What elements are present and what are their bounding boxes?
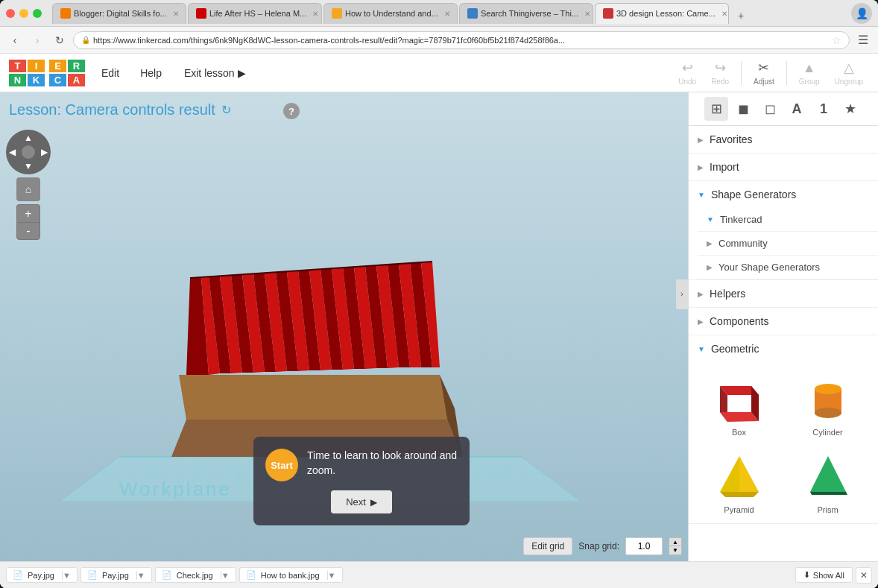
help-menu-item[interactable]: Help — [136, 64, 166, 82]
taskbar-file-icon-4: 📄 — [246, 570, 256, 580]
tab-favicon-3 — [332, 8, 342, 19]
browser-tab-2[interactable]: Life After HS – Helena M... ✕ — [188, 3, 322, 24]
logo-cell-E: E — [49, 60, 66, 72]
tab-favicon-5 — [603, 8, 613, 19]
components-label: Components — [710, 315, 768, 327]
tabs-bar: Blogger: Digital Skills fo... ✕ Life Aft… — [52, 3, 847, 24]
tab-close-5[interactable]: ✕ — [721, 10, 727, 18]
taskbar-item-2[interactable]: 📄 Pay.jpg ▼ — [80, 567, 152, 583]
taskbar-item-3[interactable]: 📄 Check.jpg ▼ — [155, 567, 236, 583]
nav-pad-center — [22, 145, 35, 159]
back-button[interactable]: ‹ — [6, 31, 24, 49]
platform-top — [179, 375, 447, 420]
taskbar-item-1[interactable]: 📄 Pay.jpg ▼ — [6, 567, 78, 583]
refresh-button[interactable]: ↻ — [51, 31, 69, 49]
minimize-button[interactable] — [19, 9, 28, 18]
nav-up-button[interactable]: ▲ — [24, 133, 33, 143]
helpers-header[interactable]: ▶ Helpers — [689, 280, 878, 307]
adjust-button[interactable]: ✂ Adjust — [748, 57, 780, 89]
panel-tab-star[interactable]: ★ — [838, 97, 862, 121]
adjust-icon: ✂ — [758, 60, 769, 76]
shape-generators-header[interactable]: ▼ Shape Generators — [689, 181, 878, 208]
tinkercad-logo[interactable]: T I N K — [9, 60, 45, 86]
tinkercad-subsection: ▼ Tinkercad — [698, 208, 878, 232]
tinkercad-header[interactable]: ▼ Tinkercad — [698, 208, 878, 231]
ungroup-button[interactable]: △ Ungroup — [829, 57, 869, 89]
tab-label-1: Blogger: Digital Skills fo... — [74, 9, 167, 18]
shape-item-pyramid[interactable]: Pyramid — [698, 446, 780, 517]
tab-close-4[interactable]: ✕ — [584, 10, 590, 18]
redo-label: Redo — [711, 78, 729, 86]
shape-item-cylinder[interactable]: Cylinder — [786, 368, 869, 440]
nav-down-button[interactable]: ▼ — [24, 161, 33, 171]
tab-close-1[interactable]: ✕ — [173, 10, 179, 18]
tab-close-3[interactable]: ✕ — [444, 10, 450, 18]
taskbar-dropdown-2[interactable]: ▼ — [136, 571, 145, 580]
panel-tab-text[interactable]: A — [785, 97, 809, 121]
nav-left-button[interactable]: ◀ — [9, 147, 16, 157]
community-header[interactable]: ▶ Community — [698, 232, 878, 255]
user-avatar[interactable]: 👤 — [851, 3, 872, 24]
maximize-button[interactable] — [33, 9, 42, 18]
browser-tab-4[interactable]: Search Thingiverse – Thi... ✕ — [459, 3, 593, 24]
favorites-header[interactable]: ▶ Favorites — [689, 126, 878, 153]
redo-button[interactable]: ↪ Redo — [705, 57, 735, 89]
lesson-title-text: Lesson: Camera controls result — [9, 101, 215, 118]
edit-menu-item[interactable]: Edit — [97, 64, 124, 82]
nav-pad[interactable]: ▲ ▼ ◀ ▶ — [6, 130, 51, 174]
import-header[interactable]: ▶ Import — [689, 154, 878, 180]
tab-close-2[interactable]: ✕ — [312, 10, 318, 18]
nav-right-button[interactable]: ▶ — [41, 147, 48, 157]
url-text: https://www.tinkercad.com/things/6nk9NgK… — [93, 36, 829, 45]
zoom-in-button[interactable]: + — [16, 204, 40, 222]
taskbar-file-icon-2: 📄 — [87, 570, 98, 580]
panel-tab-grid[interactable]: ⊞ — [704, 97, 728, 121]
show-all-button[interactable]: ⬇ Show All — [795, 567, 853, 583]
edit-grid-button[interactable]: Edit grid — [523, 537, 572, 555]
your-shape-generators-header[interactable]: ▶ Your Shape Generators — [698, 256, 878, 279]
taskbar-dropdown-4[interactable]: ▼ — [327, 571, 336, 580]
shape-item-prism[interactable]: Prism — [786, 446, 869, 517]
shape-generators-label: Shape Generators — [711, 189, 796, 200]
zoom-out-button[interactable]: - — [16, 222, 40, 240]
browser-menu-button[interactable]: ☰ — [854, 31, 872, 49]
next-button[interactable]: Next ▶ — [331, 490, 392, 513]
help-button[interactable]: ? — [283, 103, 300, 119]
geometric-header[interactable]: ▼ Geometric — [689, 335, 878, 362]
group-button[interactable]: ▲ Group — [793, 57, 826, 89]
forward-button[interactable]: › — [28, 31, 46, 49]
panel-collapse-button[interactable]: › — [676, 279, 688, 309]
browser-tab-5[interactable]: 3D design Lesson: Came... ✕ — [595, 3, 729, 24]
panel-tab-wireframe[interactable]: ◻ — [758, 97, 782, 121]
shape-generators-section: ▼ Shape Generators ▼ Tinkercad — [689, 181, 878, 280]
address-bar[interactable]: 🔒 https://www.tinkercad.com/things/6nk9N… — [73, 31, 850, 49]
shape-item-box[interactable]: Box — [698, 368, 780, 440]
taskbar-dropdown-3[interactable]: ▼ — [221, 571, 230, 580]
camera-controls: ▲ ▼ ◀ ▶ ⌂ + - — [6, 130, 51, 240]
snap-grid-input[interactable] — [625, 537, 663, 555]
helpers-section: ▶ Helpers — [689, 280, 878, 308]
exit-lesson-button[interactable]: Exit lesson ▶ — [178, 64, 252, 82]
components-header[interactable]: ▶ Components — [689, 308, 878, 335]
taskbar-item-4[interactable]: 📄 How to bank.jpg ▼ — [239, 567, 343, 583]
snap-grid-up-button[interactable]: ▲ — [669, 537, 682, 546]
new-tab-button[interactable]: + — [730, 7, 751, 24]
panel-tab-number[interactable]: 1 — [812, 97, 836, 121]
favorites-label: Favorites — [710, 133, 753, 145]
tinkercad-label: Tinkercad — [720, 214, 762, 225]
home-view-button[interactable]: ⌂ — [16, 177, 40, 201]
taskbar-dropdown-1[interactable]: ▼ — [62, 571, 71, 580]
bookmark-icon[interactable]: ☆ — [832, 34, 841, 46]
tab-label-5: 3D design Lesson: Came... — [616, 9, 716, 18]
next-label: Next — [346, 496, 366, 508]
close-all-button[interactable]: ✕ — [856, 567, 872, 584]
taskbar-item-label-2: Pay.jpg — [102, 571, 129, 580]
snap-grid-down-button[interactable]: ▼ — [669, 546, 682, 555]
browser-tab-1[interactable]: Blogger: Digital Skills fo... ✕ — [52, 3, 186, 24]
tinkercad-logo-2: E R C A — [49, 60, 85, 86]
lesson-refresh-icon[interactable]: ↻ — [221, 103, 231, 117]
browser-tab-3[interactable]: How to Understand and... ✕ — [323, 3, 458, 24]
close-button[interactable] — [6, 9, 15, 18]
panel-tab-cube[interactable]: ◼ — [731, 97, 755, 121]
undo-button[interactable]: ↩ Undo — [672, 57, 702, 89]
